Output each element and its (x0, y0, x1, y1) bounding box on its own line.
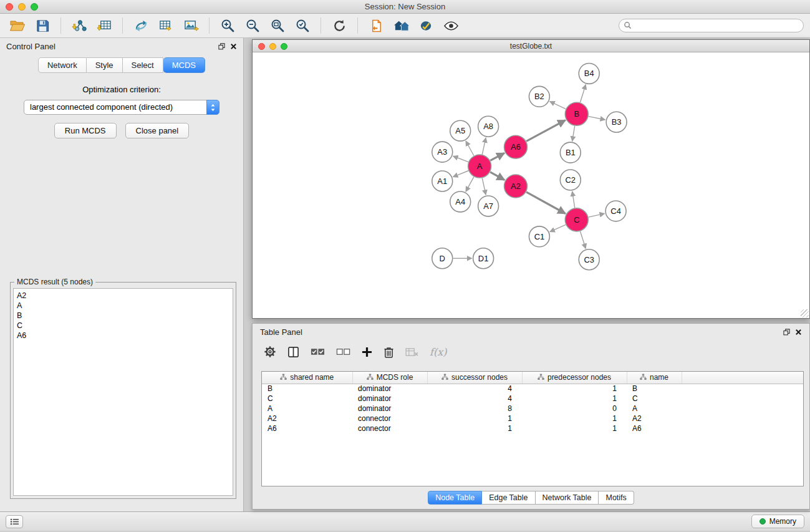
graph-node-A5[interactable]: A5 (450, 120, 471, 141)
graph-edge-A-A7[interactable] (482, 178, 486, 195)
graph-node-D1[interactable]: D1 (473, 248, 494, 269)
export-image-button[interactable] (180, 16, 202, 36)
delete-table-button[interactable] (405, 347, 418, 357)
graph-edge-A-A5[interactable] (466, 141, 474, 156)
graph-node-B2[interactable]: B2 (529, 86, 549, 107)
mcds-result-item[interactable]: B (17, 311, 229, 321)
graph-node-C1[interactable]: C1 (529, 226, 549, 247)
tab-network-table[interactable]: Network Table (536, 491, 599, 505)
graph-node-A6[interactable]: A6 (504, 135, 528, 158)
graph-edge-A-A4[interactable] (466, 177, 474, 192)
zoom-fit-button[interactable] (266, 16, 289, 36)
float-panel-icon[interactable] (218, 43, 225, 50)
graph-node-C[interactable]: C (565, 208, 588, 231)
maximize-network-window-button[interactable] (281, 43, 287, 50)
import-document-button[interactable] (365, 16, 387, 36)
graph-edge-C-C1[interactable] (550, 225, 566, 231)
graph-edge-C-C3[interactable] (581, 231, 586, 249)
graph-node-D[interactable]: D (432, 248, 453, 269)
float-table-panel-icon[interactable] (783, 329, 790, 336)
tab-select[interactable]: Select (123, 57, 163, 73)
graph-edge-A6-B[interactable] (526, 120, 566, 142)
graph-node-A1[interactable]: A1 (432, 171, 453, 191)
minimize-network-window-button[interactable] (269, 43, 276, 50)
mcds-result-item[interactable]: C (17, 321, 229, 331)
add-column-button[interactable] (362, 347, 372, 357)
graph-node-A8[interactable]: A8 (478, 116, 499, 137)
tab-edge-table[interactable]: Edge Table (482, 491, 535, 505)
column-header-shared-name[interactable]: shared name (262, 372, 352, 384)
tab-style[interactable]: Style (87, 57, 123, 73)
mcds-result-item[interactable]: A6 (17, 331, 229, 341)
graph-edge-A-A3[interactable] (453, 156, 468, 162)
graph-node-B4[interactable]: B4 (579, 63, 599, 84)
graph-edge-B-B3[interactable] (589, 117, 605, 120)
column-header-MCDS-role[interactable]: MCDS role (352, 372, 427, 384)
graph-edge-A-A2[interactable] (490, 172, 504, 180)
column-header-predecessor-nodes[interactable]: predecessor nodes (522, 372, 627, 384)
graph-node-B1[interactable]: B1 (560, 142, 581, 163)
tab-motifs[interactable]: Motifs (599, 491, 634, 505)
tab-node-table[interactable]: Node Table (428, 491, 482, 505)
import-table-from-file-button[interactable] (93, 16, 115, 36)
graph-edge-A-A1[interactable] (453, 171, 468, 177)
table-row[interactable]: Adominator80A (262, 404, 803, 414)
graph-edge-B-B2[interactable] (550, 102, 566, 109)
show-hide-panel-button[interactable] (440, 16, 462, 36)
import-network-from-file-button[interactable] (68, 16, 90, 36)
refresh-layout-button[interactable] (328, 16, 350, 36)
network-graph[interactable]: B4B2B3A8A5A3B1C2A1A4A7C4C1C3DD1BA6AA2C (253, 53, 809, 318)
zoom-out-button[interactable] (241, 16, 264, 36)
column-header-name[interactable]: name (627, 372, 682, 384)
run-mcds-button[interactable]: Run MCDS (54, 123, 117, 138)
graph-node-B[interactable]: B (565, 102, 588, 125)
maximize-window-button[interactable] (31, 3, 38, 11)
mcds-result-item[interactable]: A (17, 301, 229, 311)
graph-edge-A2-C[interactable] (526, 192, 566, 214)
close-table-panel-icon[interactable] (795, 329, 802, 336)
export-network-button[interactable] (130, 16, 152, 36)
save-session-button[interactable] (31, 16, 54, 36)
mcds-result-item[interactable]: A2 (17, 291, 229, 301)
node-table-wrap[interactable]: shared nameMCDS rolesuccessor nodesprede… (261, 371, 804, 486)
open-session-button[interactable] (6, 16, 29, 36)
apply-style-button[interactable] (415, 16, 437, 36)
table-row[interactable]: A2connector11A2 (262, 414, 803, 423)
graph-node-C4[interactable]: C4 (605, 201, 626, 221)
close-window-button[interactable] (6, 3, 13, 11)
table-settings-button[interactable] (264, 346, 276, 358)
table-row[interactable]: Bdominator41B (262, 384, 803, 394)
task-history-button[interactable] (6, 515, 23, 528)
close-network-window-button[interactable] (258, 43, 265, 50)
show-columns-button[interactable] (287, 346, 299, 358)
network-window-titlebar[interactable]: testGlobe.txt (253, 40, 809, 52)
graph-node-A4[interactable]: A4 (450, 191, 471, 212)
home-button[interactable] (390, 16, 412, 36)
zoom-selected-button[interactable] (291, 16, 314, 36)
graph-node-A7[interactable]: A7 (478, 196, 499, 216)
graph-node-C2[interactable]: C2 (560, 170, 581, 190)
graph-edge-C-C2[interactable] (572, 191, 575, 208)
export-table-button[interactable] (155, 16, 177, 36)
table-row[interactable]: Cdominator41C (262, 394, 803, 404)
graph-node-B3[interactable]: B3 (606, 112, 627, 132)
graph-edge-A-A6[interactable] (490, 153, 504, 160)
graph-node-A3[interactable]: A3 (432, 142, 453, 162)
zoom-in-button[interactable] (216, 16, 239, 36)
close-panel-icon[interactable] (230, 43, 237, 50)
column-header-successor-nodes[interactable]: successor nodes (427, 372, 522, 384)
tab-network[interactable]: Network (38, 57, 87, 73)
graph-edge-A-A8[interactable] (482, 138, 486, 155)
function-builder-button[interactable]: f(x) (430, 346, 446, 358)
deselect-all-columns-button[interactable] (336, 347, 350, 356)
resize-grip[interactable] (801, 309, 809, 317)
close-panel-button[interactable]: Close panel (125, 123, 190, 138)
graph-node-C3[interactable]: C3 (579, 249, 599, 270)
graph-edge-C-C4[interactable] (589, 213, 605, 217)
network-canvas[interactable]: B4B2B3A8A5A3B1C2A1A4A7C4C1C3DD1BA6AA2C (253, 53, 809, 318)
memory-button[interactable]: Memory (751, 515, 804, 528)
toolbar-search-input[interactable] (619, 19, 804, 32)
select-all-columns-button[interactable] (311, 347, 325, 356)
graph-edge-B-B1[interactable] (572, 126, 575, 141)
table-row[interactable]: A6connector11A6 (262, 423, 803, 433)
